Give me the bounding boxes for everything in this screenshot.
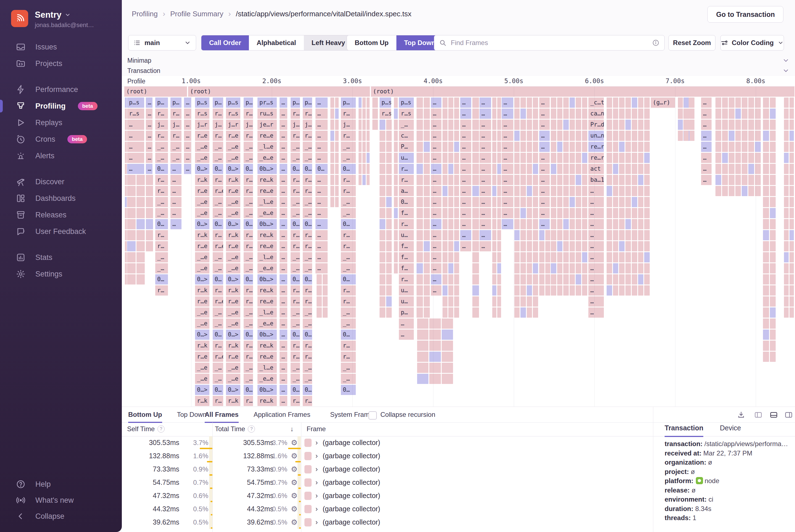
flame-frame[interactable] (632, 142, 637, 152)
flame-frame[interactable] (770, 252, 776, 262)
flame-frame[interactable] (527, 241, 532, 251)
flame-frame[interactable]: … (460, 208, 471, 218)
flame-frame[interactable] (317, 274, 322, 285)
flame-frame[interactable] (638, 186, 644, 196)
flame-frame[interactable] (582, 263, 588, 273)
flame-frame[interactable]: … (460, 120, 471, 130)
flame-frame[interactable] (380, 186, 385, 196)
flame-frame[interactable] (472, 241, 479, 251)
flame-frame[interactable]: … (280, 97, 287, 108)
flame-frame[interactable] (380, 208, 385, 218)
flame-frame[interactable] (366, 175, 370, 185)
flame-frame[interactable] (784, 297, 789, 307)
flame-frame[interactable]: 0…> (226, 219, 240, 229)
flame-frame[interactable]: … (588, 252, 604, 262)
flame-frame[interactable] (386, 252, 392, 262)
org-switcher[interactable]: Sentry jonas.badalic@sent… (11, 10, 94, 29)
flame-frame[interactable] (582, 197, 588, 207)
flame-frame[interactable]: … (280, 186, 287, 196)
flame-frame[interactable]: j…r (195, 120, 209, 130)
flame-frame[interactable] (394, 230, 398, 240)
flame-frame[interactable] (125, 252, 127, 262)
flame-frame[interactable] (386, 219, 392, 229)
flame-frame[interactable]: _e…e (258, 208, 277, 218)
flame-frame[interactable]: p… (341, 97, 356, 108)
flame-frame[interactable]: … (146, 153, 152, 163)
flame-frame[interactable] (448, 142, 453, 152)
flame-frame[interactable] (625, 208, 631, 218)
flame-frame[interactable]: re…r (588, 153, 604, 163)
flame-frame[interactable]: r…e (213, 241, 223, 251)
flame-frame[interactable] (417, 120, 423, 130)
flame-frame[interactable] (472, 197, 479, 207)
flame-frame[interactable]: … (316, 175, 328, 185)
flame-frame[interactable] (684, 97, 689, 108)
flame-frame[interactable]: … (280, 153, 287, 163)
flame-frame[interactable] (492, 142, 496, 152)
flame-frame[interactable] (545, 285, 551, 296)
flame-frame[interactable] (755, 131, 761, 141)
flame-frame[interactable]: r… (303, 230, 312, 240)
flame-frame[interactable] (770, 352, 776, 362)
flame-frame[interactable] (330, 175, 334, 185)
flame-frame[interactable] (442, 285, 448, 296)
flame-frame[interactable]: … (184, 153, 191, 163)
flame-frame[interactable] (607, 230, 612, 240)
flame-frame[interactable] (638, 153, 644, 163)
flame-frame[interactable] (454, 175, 459, 185)
flame-frame[interactable] (784, 219, 789, 229)
flame-frame[interactable]: … (460, 175, 471, 185)
flame-frame[interactable]: … (184, 131, 191, 141)
flame-frame[interactable] (448, 175, 453, 185)
flame-frame[interactable]: … (479, 197, 491, 207)
flame-frame[interactable] (372, 97, 378, 108)
flame-frame[interactable] (442, 319, 453, 329)
flame-frame[interactable]: _… (244, 252, 253, 262)
flame-frame[interactable] (424, 252, 430, 262)
flame-frame[interactable] (563, 186, 569, 196)
expand-chevron-icon[interactable]: › (316, 452, 318, 460)
flame-frame[interactable]: r… (213, 109, 223, 119)
flame-frame[interactable] (424, 230, 430, 240)
flame-frame[interactable]: … (501, 153, 513, 163)
flame-frame[interactable] (514, 109, 519, 119)
flame-frame[interactable]: _… (244, 208, 253, 218)
flame-frame[interactable]: r… (290, 352, 300, 362)
flame-frame[interactable]: j… (303, 120, 312, 130)
flame-frame[interactable]: r… (290, 285, 300, 296)
flame-frame[interactable] (563, 109, 569, 119)
flame-frame[interactable] (763, 329, 769, 340)
flame-frame[interactable]: r… (213, 230, 223, 240)
flame-frame[interactable]: _… (341, 319, 356, 329)
flame-frame[interactable] (394, 197, 398, 207)
flame-frame[interactable] (790, 285, 794, 296)
flame-frame[interactable] (625, 164, 631, 174)
flame-frame[interactable] (330, 120, 334, 130)
flame-frame[interactable] (625, 109, 631, 119)
flame-frame[interactable] (582, 285, 588, 296)
flame-frame[interactable]: _… (303, 252, 312, 262)
sidebar-item-user-feedback[interactable]: User Feedback (0, 223, 122, 240)
flame-frame[interactable] (790, 263, 794, 273)
flame-frame[interactable] (784, 252, 789, 262)
flame-frame[interactable]: r… (244, 230, 253, 240)
flame-frame[interactable]: ba…1 (588, 175, 604, 185)
flame-frame[interactable]: 0… (155, 164, 168, 174)
sidebar-item-stats[interactable]: Stats (0, 249, 122, 266)
flame-frame[interactable] (442, 186, 448, 196)
flame-frame[interactable] (527, 297, 532, 307)
flame-frame[interactable]: r… (244, 175, 253, 185)
flame-frame[interactable]: r… (290, 186, 300, 196)
flame-frame[interactable] (497, 197, 501, 207)
flame-frame[interactable]: 0… (290, 164, 300, 174)
flame-frame[interactable]: 0…> (226, 329, 240, 340)
flame-frame[interactable] (644, 97, 650, 108)
flame-frame[interactable]: 0… (341, 164, 356, 174)
flame-frame[interactable] (533, 197, 538, 207)
flame-frame[interactable] (424, 186, 430, 196)
flame-frame[interactable] (359, 120, 362, 130)
flame-frame[interactable] (644, 197, 650, 207)
flame-frame[interactable] (366, 120, 370, 130)
flame-frame[interactable] (386, 131, 392, 141)
flame-frame[interactable] (448, 164, 453, 174)
